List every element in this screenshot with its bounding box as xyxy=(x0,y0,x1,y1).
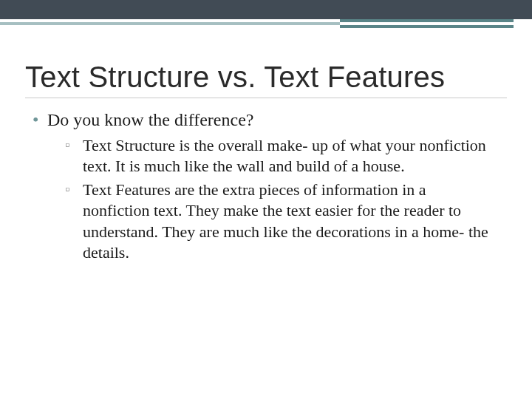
title-underline xyxy=(25,98,507,98)
sub-bullet-text: Text Features are the extra pieces of in… xyxy=(83,180,488,261)
slide-title: Text Structure vs. Text Features xyxy=(25,61,507,93)
bullet-text: Do you know the difference? xyxy=(47,110,253,129)
sub-bullet-item: Text Structure is the overall make- up o… xyxy=(65,135,494,177)
sub-bullet-list: Text Structure is the overall make- up o… xyxy=(47,135,494,263)
top-bar xyxy=(0,0,532,19)
slide: Text Structure vs. Text Features Do you … xyxy=(0,0,532,399)
bullet-list: Do you know the difference? Text Structu… xyxy=(25,109,507,263)
sub-bullet-item: Text Features are the extra pieces of in… xyxy=(65,180,494,263)
accent-line-right-bottom xyxy=(340,25,514,28)
bullet-item: Do you know the difference? Text Structu… xyxy=(31,109,494,263)
sub-bullet-text: Text Structure is the overall make- up o… xyxy=(83,136,486,175)
accent-bar xyxy=(0,19,532,28)
accent-line-right-top xyxy=(340,19,514,22)
slide-content: Text Structure vs. Text Features Do you … xyxy=(0,28,532,263)
accent-line-left xyxy=(0,22,340,25)
